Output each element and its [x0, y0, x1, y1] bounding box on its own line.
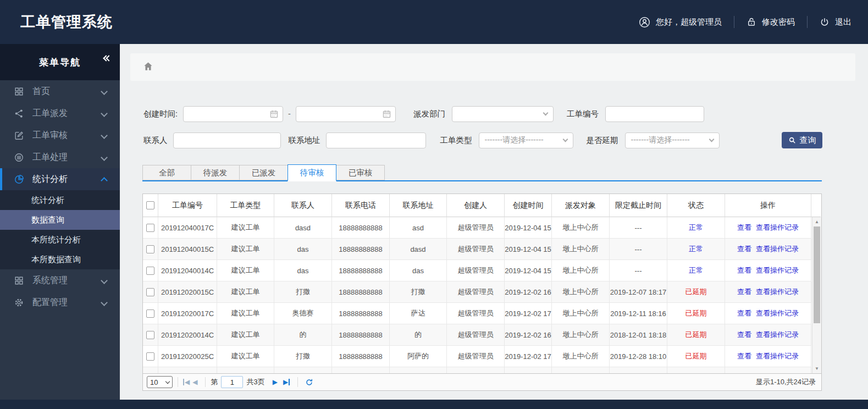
sidebar-header: 菜单导航 — [0, 44, 120, 80]
cell-order_no: 201912020025C — [158, 346, 217, 367]
next-page-button[interactable]: ▶ — [273, 379, 278, 385]
cell-creator: 超级管理员 — [447, 303, 505, 324]
submenu-item-office-data-query[interactable]: 本所数据查询 — [0, 250, 120, 269]
sidebar-collapse-icon[interactable] — [106, 56, 111, 60]
tab-all[interactable]: 全部 — [142, 165, 191, 180]
sidebar-item-config[interactable]: 配置管理 — [0, 291, 120, 313]
sidebar-item-system[interactable]: 系统管理 — [0, 269, 120, 291]
view-log-link[interactable]: 查看操作记录 — [756, 308, 799, 318]
create-time-end-input[interactable] — [296, 106, 396, 122]
sidebar-item-process[interactable]: 工单处理 — [0, 146, 120, 168]
dispatch-dept-select[interactable] — [452, 106, 554, 122]
search-button[interactable]: 查询 — [782, 132, 822, 148]
view-link[interactable]: 查看 — [737, 244, 751, 254]
column-header: 派发对象 — [552, 194, 610, 217]
cell-contact: 打撒 — [274, 281, 332, 303]
status-badge: 已延期 — [685, 287, 707, 297]
grid-icon — [13, 86, 24, 97]
submenu-item-statistics[interactable]: 统计分析 — [0, 190, 120, 210]
view-log-link[interactable]: 查看操作记录 — [756, 244, 799, 254]
delay-select[interactable]: -------请选择------- — [625, 132, 720, 148]
user-greeting[interactable]: 您好，超级管理员 — [639, 16, 722, 28]
cell-actions: 查看查看操作记录 — [725, 239, 811, 260]
refresh-icon[interactable] — [305, 378, 313, 386]
cell-target: 墩上中心所 — [552, 324, 610, 346]
view-log-link[interactable]: 查看操作记录 — [756, 223, 799, 233]
cell-phone: 18888888888 — [332, 260, 390, 281]
column-header: 联系人 — [274, 194, 332, 217]
view-log-link[interactable]: 查看操作记录 — [756, 351, 799, 361]
cell-type: 建议工单 — [217, 260, 274, 281]
page-size-select[interactable]: 10 — [147, 376, 173, 388]
tab-to-review[interactable]: 待审核 — [288, 164, 336, 181]
view-log-link[interactable]: 查看操作记录 — [756, 330, 799, 340]
pager-divider — [178, 377, 178, 387]
select-all-checkbox[interactable] — [146, 201, 154, 209]
view-log-link[interactable]: 查看操作记录 — [756, 287, 799, 297]
row-checkbox[interactable] — [146, 309, 154, 318]
row-select-cell — [143, 217, 158, 239]
sidebar-item-dispatch[interactable]: 工单派发 — [0, 102, 120, 124]
address-input[interactable] — [326, 132, 426, 148]
cell-order_no: 201912040017C — [158, 217, 217, 239]
view-link[interactable]: 查看 — [737, 223, 751, 233]
scroll-down-arrow[interactable]: ▼ — [812, 366, 821, 371]
cell-phone: 18888888888 — [332, 346, 390, 367]
column-header: 操作 — [725, 194, 811, 217]
cell-contact: das — [274, 239, 332, 260]
table-row: 201912020015C建议工单打撒18888888888打撒超级管理员201… — [143, 281, 821, 303]
view-link[interactable]: 查看 — [737, 351, 751, 361]
row-checkbox[interactable] — [146, 288, 154, 296]
logout-button[interactable]: 退出 — [820, 17, 852, 27]
submenu-item-office-statistics[interactable]: 本所统计分析 — [0, 230, 120, 250]
tab-dispatched[interactable]: 已派发 — [239, 165, 288, 180]
view-link[interactable]: 查看 — [737, 266, 751, 275]
sidebar-item-home[interactable]: 首页 — [0, 80, 120, 102]
row-checkbox[interactable] — [146, 224, 154, 232]
scroll-up-arrow[interactable]: ▲ — [812, 219, 821, 224]
cell-type: 建议工单 — [217, 303, 274, 324]
first-page-button[interactable]: ◀ — [183, 379, 190, 385]
calendar-icon[interactable] — [382, 109, 391, 120]
order-no-input[interactable] — [605, 106, 704, 122]
row-checkbox[interactable] — [146, 245, 154, 253]
column-header: 限定截止时间 — [610, 194, 667, 217]
view-log-link[interactable]: 查看操作记录 — [756, 266, 799, 275]
sidebar-item-statistics[interactable]: 统计分析 — [0, 168, 120, 190]
tab-to-dispatch[interactable]: 待派发 — [191, 165, 240, 180]
contact-input[interactable] — [173, 132, 281, 148]
sidebar: 菜单导航 首页 工单派发 — [0, 44, 120, 400]
pager-divider — [297, 377, 298, 387]
submenu-item-data-query[interactable]: 数据查询 — [0, 210, 120, 230]
row-checkbox[interactable] — [146, 352, 154, 361]
row-select-cell — [143, 367, 158, 373]
cell-phone: 18888888888 — [332, 217, 390, 239]
chevron-down-icon — [101, 88, 108, 95]
cell-actions: 查看查看操作记录 — [725, 217, 811, 239]
top-header: 工单管理系统 您好，超级管理员 修改密 — [0, 0, 868, 44]
change-password-button[interactable]: 修改密码 — [747, 17, 795, 27]
order-type-select[interactable]: -------请选择------- — [479, 132, 573, 148]
home-icon[interactable] — [143, 61, 153, 74]
cell-phone: 18888888888 — [332, 239, 390, 260]
vertical-scrollbar[interactable]: ▲ ▼ — [812, 217, 821, 373]
cell-contact: das — [274, 260, 332, 281]
page-number-input[interactable] — [221, 376, 243, 388]
view-link[interactable]: 查看 — [737, 308, 751, 318]
last-page-button[interactable]: ▶ — [283, 379, 290, 385]
row-checkbox[interactable] — [146, 267, 154, 275]
chevron-down-icon — [543, 110, 548, 116]
sidebar-item-review[interactable]: 工单审核 — [0, 124, 120, 146]
view-link[interactable]: 查看 — [737, 287, 751, 297]
prev-page-button[interactable]: ◀ — [192, 379, 197, 385]
scrollbar-thumb[interactable] — [814, 226, 820, 323]
orders-table: 工单编号 工单类型 联系人 联系电话 联系地址 创建人 创建时间 派发对象 限定… — [142, 194, 822, 374]
calendar-icon[interactable] — [269, 109, 279, 120]
cell-status: 正常 — [667, 239, 725, 260]
filter-row-2: 联系人 联系地址 工单类型 -------请选择------- 是否延期 ---… — [143, 132, 855, 148]
tab-reviewed[interactable]: 已审核 — [336, 165, 385, 180]
column-header: 联系电话 — [332, 194, 390, 217]
row-checkbox[interactable] — [146, 331, 154, 339]
view-link[interactable]: 查看 — [737, 330, 751, 340]
create-time-start-input[interactable] — [183, 106, 283, 122]
